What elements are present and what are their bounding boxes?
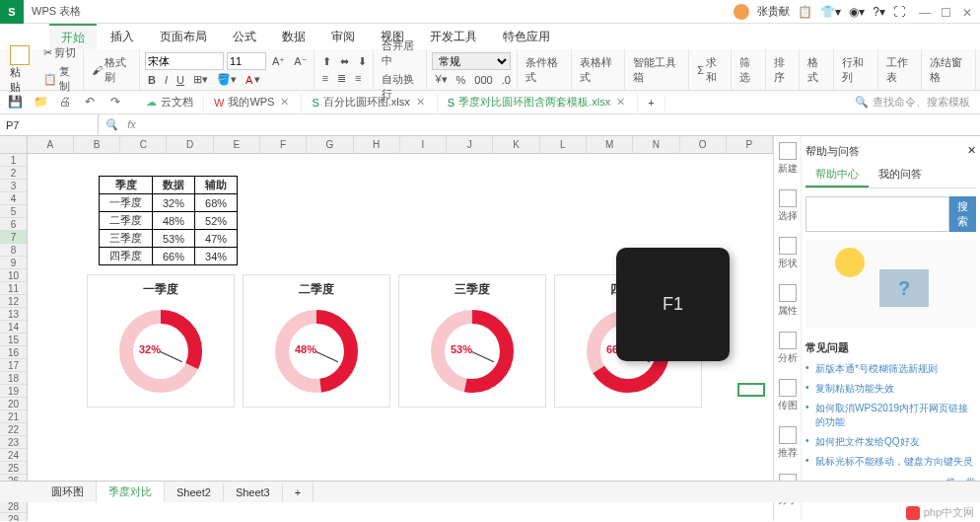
faq-item[interactable]: 鼠标光标不能移动，键盘方向键失灵 (805, 452, 976, 472)
command-search[interactable]: 🔍 查找命令、搜索模板 (855, 95, 980, 110)
save-icon[interactable]: 💾 (8, 95, 24, 111)
col-header[interactable]: B (74, 136, 120, 153)
col-header[interactable]: F (260, 136, 307, 153)
sum-button[interactable]: Σ求和 (694, 54, 728, 86)
faq-item[interactable]: 复制粘贴功能失效 (805, 379, 976, 399)
donut-chart[interactable]: 三季度 53% (398, 274, 546, 408)
side-icon[interactable]: 新建 (778, 142, 798, 176)
faq-item[interactable]: 新版本通*号模糊筛选新规则 (805, 359, 976, 379)
sheet-tab[interactable]: Sheet2 (165, 484, 224, 501)
format-painter[interactable]: 🖌格式刷 (89, 54, 136, 86)
spreadsheet[interactable]: ABCDEFGHIJKLMNOP 12345678910111213141516… (0, 136, 773, 521)
col-header[interactable]: D (167, 136, 213, 153)
col-header[interactable]: K (493, 136, 539, 153)
expand-icon[interactable]: ⛶ (893, 5, 905, 19)
side-icon[interactable]: 选择 (778, 189, 798, 223)
menu-tab-special[interactable]: 特色应用 (491, 25, 562, 49)
avatar[interactable] (734, 4, 749, 20)
close-icon[interactable]: ✕ (278, 96, 291, 109)
font-select[interactable] (145, 52, 224, 70)
worksheet-button[interactable]: 工作表 (883, 54, 919, 86)
underline-button[interactable]: U (174, 73, 187, 87)
col-header[interactable]: L (540, 136, 587, 153)
row-header[interactable]: 4 (0, 192, 27, 205)
row-header[interactable]: 15 (0, 334, 27, 346)
col-header[interactable]: I (400, 136, 447, 153)
donut-chart[interactable]: 二季度 48% (243, 274, 390, 408)
currency-icon[interactable]: ¥▾ (432, 72, 450, 87)
settings-icon[interactable]: ◉▾ (849, 5, 865, 19)
open-icon[interactable]: 📁 (34, 95, 49, 111)
cut-button[interactable]: ✂ 剪切 (40, 44, 80, 61)
merge-button[interactable]: 合并居中 (379, 37, 424, 69)
redo-icon[interactable]: ↷ (110, 95, 126, 111)
col-header[interactable]: E (214, 136, 260, 153)
percent-icon[interactable]: % (454, 73, 469, 87)
menu-tab-insert[interactable]: 插入 (99, 25, 146, 49)
skin-icon[interactable]: 👕▾ (820, 5, 841, 19)
sheet-tab[interactable]: 季度对比 (97, 482, 165, 502)
align-left[interactable]: ≡ (319, 71, 331, 85)
col-header[interactable]: C (120, 136, 167, 153)
undo-icon[interactable]: ↶ (85, 95, 101, 111)
minimize-button[interactable]: — (919, 6, 931, 18)
row-header[interactable]: 5 (0, 205, 27, 218)
row-header[interactable]: 11 (0, 282, 27, 295)
col-header[interactable]: A (28, 136, 74, 153)
row-header[interactable]: 22 (0, 423, 27, 436)
help-search-input[interactable] (805, 196, 949, 232)
row-header[interactable]: 16 (0, 346, 27, 359)
cond-format[interactable]: 条件格式 (523, 54, 568, 86)
row-header[interactable]: 6 (0, 218, 27, 231)
col-header[interactable]: H (354, 136, 400, 153)
filter-button[interactable]: 筛选 (736, 54, 762, 86)
wrap-button[interactable]: 自动换行 (379, 71, 424, 103)
row-header[interactable]: 23 (0, 436, 27, 449)
side-icon[interactable]: 推荐 (778, 426, 798, 460)
menu-tab-review[interactable]: 审阅 (319, 25, 367, 49)
col-header[interactable]: N (633, 136, 679, 153)
faq-item[interactable]: 如何取消WPS2019内打开网页链接的功能 (805, 399, 976, 432)
size-select[interactable] (227, 52, 266, 70)
align-center[interactable]: ≣ (334, 71, 349, 86)
help-tab-qa[interactable]: 我的问答 (869, 163, 932, 187)
fx-icon[interactable]: 🔍 fx (99, 118, 142, 131)
notification-icon[interactable]: 📋 (798, 5, 812, 19)
close-icon[interactable]: ✕ (614, 96, 627, 109)
row-header[interactable]: 7 (0, 231, 27, 244)
menu-tab-dev[interactable]: 开发工具 (418, 25, 489, 49)
table-style[interactable]: 表格样式 (577, 54, 622, 86)
menu-tab-layout[interactable]: 页面布局 (148, 25, 219, 49)
col-header[interactable]: G (307, 136, 353, 153)
italic-button[interactable]: I (162, 73, 171, 87)
copy-button[interactable]: 📋 复制 (40, 63, 80, 95)
menu-tab-formula[interactable]: 公式 (221, 25, 268, 49)
font-color[interactable]: A▾ (243, 72, 263, 87)
print-icon[interactable]: 🖨 (59, 95, 75, 111)
decrease-font[interactable]: A⁻ (291, 54, 310, 69)
row-header[interactable]: 12 (0, 295, 27, 308)
increase-font[interactable]: A⁺ (269, 54, 288, 69)
smart-toolbox[interactable]: 智能工具箱 (630, 54, 685, 86)
align-right[interactable]: ≡ (352, 71, 364, 85)
fill-color[interactable]: 🪣▾ (214, 72, 240, 87)
side-icon[interactable]: 形状 (778, 237, 798, 270)
help-icon[interactable]: ?▾ (873, 5, 885, 19)
close-button[interactable]: ✕ (962, 6, 974, 18)
rowcol-button[interactable]: 行和列 (839, 54, 875, 86)
row-header[interactable]: 8 (0, 244, 27, 257)
maximize-button[interactable]: ☐ (941, 6, 952, 18)
freeze-button[interactable]: 冻结窗格 (927, 54, 972, 86)
col-header[interactable]: J (447, 136, 493, 153)
paste-button[interactable]: 粘贴 (4, 43, 35, 97)
row-header[interactable]: 13 (0, 308, 27, 321)
sheet-tab[interactable]: Sheet3 (224, 484, 283, 501)
bold-button[interactable]: B (145, 73, 159, 87)
align-mid[interactable]: ⬌ (337, 54, 352, 69)
side-icon[interactable]: 属性 (778, 284, 798, 318)
number-format[interactable]: 常规 (432, 52, 511, 70)
add-sheet[interactable]: + (283, 484, 314, 501)
row-header[interactable]: 25 (0, 462, 27, 475)
panel-close-icon[interactable]: ✕ (967, 144, 976, 159)
menu-tab-data[interactable]: 数据 (270, 25, 317, 49)
